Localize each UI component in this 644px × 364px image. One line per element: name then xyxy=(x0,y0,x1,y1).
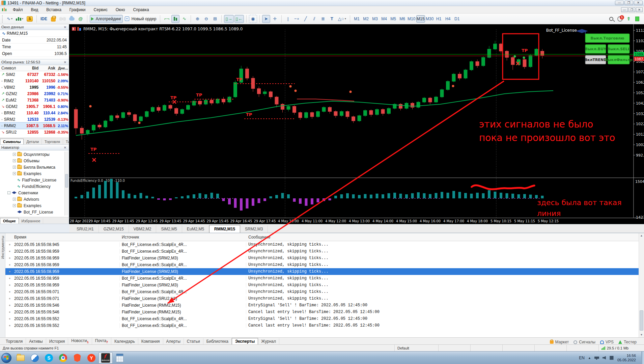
toolbox-tab-Торговля[interactable]: Торговля xyxy=(3,338,26,344)
log-row[interactable]: ●2022.05.05 16:55:08.959FlatFinder_Licen… xyxy=(5,255,639,261)
taskbar-calculator[interactable] xyxy=(113,352,127,364)
market-watch-tab-Детали[interactable]: Детали xyxy=(24,139,42,144)
navigator-item-FlatFinder_License[interactable]: ∿FlatFinder_License xyxy=(0,177,69,183)
navigator-item-Билла Вильямса[interactable]: +Билла Вильямса xyxy=(0,164,69,170)
log-row[interactable]: ●2022.05.05 16:55:08.959FlatFinder_Licen… xyxy=(5,282,639,288)
zoom-in-icon[interactable]: ⊕ xyxy=(193,15,201,23)
toolbox-tab-Активы[interactable]: Активы xyxy=(26,338,46,344)
mdi-minimize-button[interactable]: — xyxy=(621,7,628,12)
chart-tab-VBM2,M2[interactable]: VBM2,M2 xyxy=(129,225,157,233)
dollar-icon[interactable]: $ xyxy=(25,15,34,23)
search-icon[interactable] xyxy=(609,17,613,21)
taskbar-downloader[interactable] xyxy=(28,352,42,364)
tile-windows-icon[interactable]: ⊞ xyxy=(211,15,219,23)
chart-line-icon[interactable]: ∿▾ xyxy=(5,15,14,23)
taskbar-explorer[interactable] xyxy=(13,352,28,364)
log-row[interactable]: ●2022.05.05 16:55:08.945Bot_FF_License.e… xyxy=(5,241,639,248)
andrews-pitchfork-icon[interactable]: ≣ xyxy=(319,15,327,23)
toolbox-right-VPS[interactable]: VPS xyxy=(600,340,614,344)
minimize-button[interactable]: — xyxy=(615,1,624,5)
candles-chart-icon[interactable] xyxy=(171,15,179,23)
menu-Графики[interactable]: Графики xyxy=(65,6,90,13)
market-row-SRM2[interactable]: •SRM21253312539-0.13% xyxy=(0,116,69,122)
tree-expand-icon[interactable]: - xyxy=(7,191,10,194)
display-tray-icon[interactable] xyxy=(594,356,599,360)
log-row[interactable]: ●2022.05.05 16:55:08.959Bot_FF_License.e… xyxy=(5,248,639,255)
menu-Окно[interactable]: Окно xyxy=(112,6,129,13)
menu-Сервис[interactable]: Сервис xyxy=(90,6,112,13)
timeframe-D1[interactable]: D1 xyxy=(453,15,461,23)
show-desktop-button[interactable] xyxy=(641,352,644,364)
log-row[interactable]: ●2022.05.05 16:55:08.959Bot_FF_License.e… xyxy=(5,261,639,268)
navigator-item-Объемы[interactable]: +Объемы xyxy=(0,158,69,164)
menu-Вставка[interactable]: Вставка xyxy=(42,6,65,13)
new-order-button[interactable]: +Новый ордер xyxy=(123,15,158,23)
market-row-GZM2[interactable]: ↗GZM223986239920.71% xyxy=(0,90,69,97)
navigator-item-Bot_FF_License[interactable]: Bot_FF_License xyxy=(0,209,69,215)
log-row[interactable]: ●2022.05.05 16:55:08.959FlatFinder_Licen… xyxy=(5,268,639,275)
taskbar-finam-terminal[interactable]: ФИНАМ xyxy=(99,352,113,364)
timeframe-M3[interactable]: M3 xyxy=(371,15,380,23)
toolbox-tab-Алерты[interactable]: Алерты xyxy=(163,338,184,344)
taskbar-skype[interactable]: S xyxy=(42,352,56,364)
navigator-tab-Общие[interactable]: Общие xyxy=(0,218,19,224)
chart-tab-SRU2,H1[interactable]: SRU2,H1 xyxy=(72,225,99,233)
screenshot-icon[interactable]: ◉ xyxy=(249,15,257,23)
navigator-item-Advisors[interactable]: +Advisors xyxy=(0,196,69,202)
toolbox-right-Тестер[interactable]: Тестер xyxy=(618,340,637,344)
tray-expand-icon[interactable]: ▲ xyxy=(588,356,591,360)
vps-upgrade-icon[interactable]: ⇧ xyxy=(627,16,631,21)
text-tool-icon[interactable]: T xyxy=(328,15,336,23)
log-row[interactable]: ●2022.05.05 16:55:09.552Bot_FF_License.e… xyxy=(5,315,639,322)
timeframe-M1[interactable]: M1 xyxy=(353,15,361,23)
start-button[interactable] xyxy=(1,353,11,363)
market-row-EuM2[interactable]: ↗EuM27136871403-0.90% xyxy=(0,97,69,103)
log-row[interactable]: ●2022.05.05 16:55:09.546FlatFinder_Licen… xyxy=(5,302,639,309)
mdi-close-button[interactable]: ✕ xyxy=(636,7,643,12)
timeframe-M10[interactable]: M10 xyxy=(407,15,416,23)
shapes-icon[interactable]: △○▾ xyxy=(337,15,347,23)
cloud-icon[interactable] xyxy=(68,15,76,23)
toolbox-scrollbar[interactable]: ▲▼ xyxy=(639,233,644,337)
tree-expand-icon[interactable]: + xyxy=(13,172,16,175)
device-tray-icon[interactable] xyxy=(609,356,614,360)
navigator-item-Советники[interactable]: -Советники xyxy=(0,190,69,196)
tree-expand-icon[interactable]: + xyxy=(13,153,16,156)
timeframe-M5[interactable]: M5 xyxy=(389,15,398,23)
tree-expand-icon[interactable]: + xyxy=(13,198,16,201)
close-icon[interactable]: ✕ xyxy=(63,60,67,64)
chart-template-icon[interactable]: ▾ xyxy=(15,15,25,23)
timeframe-H4[interactable]: H4 xyxy=(444,15,452,23)
menu-Справка[interactable]: Справка xyxy=(129,6,153,13)
status-profile[interactable]: Default xyxy=(394,345,438,351)
log-row[interactable]: ●2022.05.05 16:55:09.071Bot_FF_License.e… xyxy=(5,288,639,295)
timeframe-M6[interactable]: M6 xyxy=(398,15,407,23)
shift-end-icon[interactable]: ▯→ xyxy=(224,15,233,23)
maximize-button[interactable]: ❐ xyxy=(624,1,633,5)
language-indicator[interactable]: EN xyxy=(579,356,585,360)
signals-broadcast-icon[interactable]: ((o)) xyxy=(58,15,67,23)
market-watch-tab-Символы[interactable]: Символы xyxy=(0,139,24,144)
log-row[interactable]: ●2022.05.05 16:55:09.552Bot_FF_License.e… xyxy=(5,322,639,329)
navigator-item-FundsEfficiency[interactable]: ∿FundsEfficiency xyxy=(0,183,69,190)
tree-expand-icon[interactable]: + xyxy=(13,166,16,169)
timeframe-M15[interactable]: M15 xyxy=(416,15,425,23)
community-icon[interactable]: @ xyxy=(77,15,85,23)
metaeditor-ide-button[interactable]: IDE xyxy=(39,15,49,23)
algo-trading-button[interactable]: Алготрейдинг xyxy=(90,15,123,23)
log-row[interactable]: ●2022.05.05 16:55:08.959Bot_FF_License.e… xyxy=(5,275,639,282)
log-row[interactable]: ●2022.05.05 16:55:09.071FlatFinder_Licen… xyxy=(5,295,639,302)
mdi-restore-button[interactable]: ❐ xyxy=(628,7,635,12)
market-watch-tab-Торговля[interactable]: Торговля xyxy=(42,139,63,144)
toolbox-side-strip[interactable]: Инструменты xyxy=(0,233,5,337)
line-chart-icon[interactable]: ∿ xyxy=(180,15,188,23)
toolbox-right-Маркет[interactable]: Маркет xyxy=(550,340,569,344)
toolbox-tab-Календарь[interactable]: Календарь xyxy=(111,338,138,344)
market-row-SiM2[interactable]: ↗SiM26732767332-1.56% xyxy=(0,71,69,78)
crosshair-icon[interactable]: ✛ xyxy=(271,15,279,23)
toolbox-tab-История[interactable]: История xyxy=(46,338,68,344)
chart-tab-SRM2,M3[interactable]: SRM2,M3 xyxy=(240,225,268,233)
toolbox-tab-Новости[interactable]: Новости1 xyxy=(68,338,92,344)
timeframe-M30[interactable]: M30 xyxy=(425,15,434,23)
navigator-item-Examples[interactable]: +Examples xyxy=(0,202,69,209)
